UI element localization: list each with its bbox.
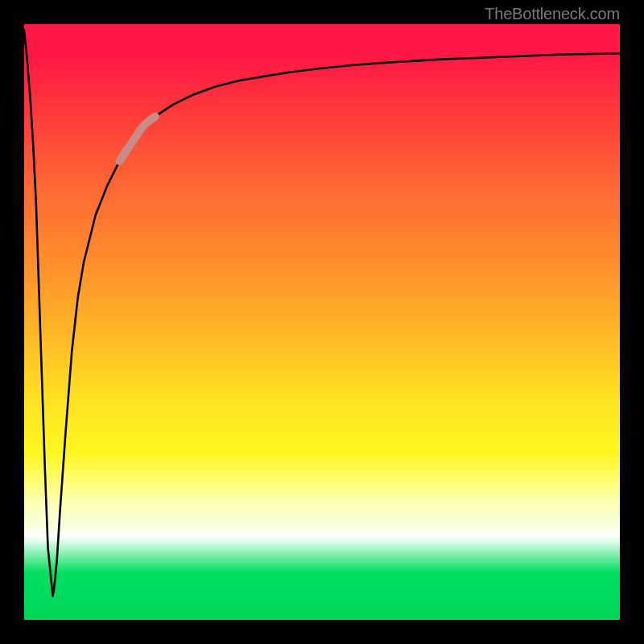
chart-container: TheBottleneck.com (0, 0, 644, 644)
curve-highlight-segment (119, 117, 155, 162)
plot-area (24, 24, 620, 620)
curve-svg (24, 24, 620, 620)
watermark-label: TheBottleneck.com (485, 5, 620, 23)
bottleneck-curve (24, 30, 620, 596)
